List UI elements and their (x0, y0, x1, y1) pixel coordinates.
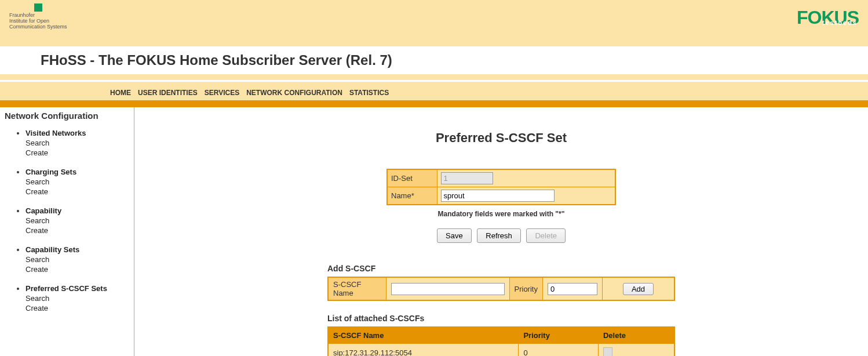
logo-text-3: Communication Systems (9, 24, 67, 30)
add-scscf-priority-field[interactable] (548, 283, 597, 295)
sidebar-link-search[interactable]: Search (25, 177, 129, 186)
col-delete: Delete (598, 327, 674, 344)
row-scscf-name: sip:172.31.29.112:5054 (328, 344, 519, 357)
sidebar-link-create[interactable]: Create (25, 148, 129, 157)
name-field[interactable] (441, 190, 555, 202)
add-scscf-form: S-CSCF Name Priority Add (327, 277, 675, 301)
main-content: Preferred S-CSCF Set ID-Set Name* Mandat… (134, 107, 868, 356)
sidebar-group-title: Charging Sets (25, 168, 129, 176)
add-scscf-name-field[interactable] (391, 283, 505, 295)
sidebar-link-search[interactable]: Search (25, 216, 129, 225)
add-scscf-section-label: Add S-CSCF (327, 264, 675, 273)
sidebar-group-title: Capability Sets (25, 245, 129, 254)
attached-scscf-table: S-CSCF Name Priority Delete sip:172.31.2… (327, 326, 675, 356)
id-set-label: ID-Set (387, 169, 437, 187)
row-delete-button[interactable] (603, 347, 612, 356)
delete-button: Delete (526, 228, 566, 243)
sidebar-link-create[interactable]: Create (25, 304, 129, 313)
sidebar-group-title: Visited Networks (25, 129, 129, 137)
page-title: FHoSS - The FOKUS Home Subscriber Server… (41, 52, 868, 68)
top-banner: Fraunhofer Institute for Open Communicat… (0, 0, 868, 46)
sidebar-link-search[interactable]: Search (25, 139, 129, 147)
sidebar-group-capability-sets: Capability Sets Search Create (25, 245, 129, 274)
fraunhofer-logo: Fraunhofer Institute for Open Communicat… (9, 3, 67, 30)
fraunhofer-mark-icon (34, 3, 42, 12)
sidebar-link-create[interactable]: Create (25, 265, 129, 274)
main-menu: HOME USER IDENTITIES SERVICES NETWORK CO… (0, 85, 868, 100)
menu-home[interactable]: HOME (110, 89, 131, 97)
menu-user-identities[interactable]: USER IDENTITIES (138, 89, 198, 97)
add-name-label: S-CSCF Name (328, 277, 386, 300)
add-priority-label: Priority (509, 277, 542, 300)
scscf-set-form: ID-Set Name* (386, 169, 616, 205)
page-title-row: FHoSS - The FOKUS Home Subscriber Server… (0, 46, 868, 74)
action-buttons: Save Refresh Delete (140, 228, 862, 243)
menu-statistics[interactable]: STATISTICS (349, 89, 389, 97)
row-priority: 0 (519, 344, 599, 357)
table-row: sip:172.31.29.112:5054 0 (328, 344, 674, 357)
stripe (0, 74, 868, 80)
menu-services[interactable]: SERVICES (205, 89, 239, 97)
sidebar-link-search[interactable]: Search (25, 294, 129, 303)
sidebar-group-title: Capability (25, 206, 129, 215)
sidebar-heading: Network Configuration (5, 111, 129, 121)
sidebar-link-create[interactable]: Create (25, 226, 129, 235)
sidebar-group-visited-networks: Visited Networks Search Create (25, 129, 129, 157)
sidebar-group-capability: Capability Search Create (25, 206, 129, 235)
content-heading: Preferred S-CSCF Set (140, 130, 862, 146)
col-scscf-name: S-CSCF Name (328, 327, 519, 344)
sidebar-group-charging-sets: Charging Sets Search Create (25, 168, 129, 196)
fokus-logo-sub: testbeds (822, 19, 858, 26)
sidebar-group-preferred-scscf-sets: Preferred S-CSCF Sets Search Create (25, 284, 129, 313)
id-set-field (441, 172, 493, 184)
sidebar-group-title: Preferred S-CSCF Sets (25, 284, 129, 293)
sidebar: Network Configuration Visited Networks S… (0, 107, 134, 356)
name-label: Name* (387, 187, 437, 205)
mandatory-hint: Mandatory fields were marked with "*" (140, 210, 862, 218)
save-button[interactable]: Save (437, 228, 472, 243)
orange-divider (0, 100, 868, 107)
fokus-logo: FOKUS testbeds (797, 3, 859, 28)
list-scscf-section-label: List of attached S-CSCFs (327, 314, 675, 323)
refresh-button[interactable]: Refresh (477, 228, 521, 243)
menu-network-configuration[interactable]: NETWORK CONFIGURATION (246, 89, 342, 97)
sidebar-link-search[interactable]: Search (25, 255, 129, 264)
col-priority: Priority (519, 327, 599, 344)
add-scscf-button[interactable]: Add (623, 283, 654, 295)
sidebar-link-create[interactable]: Create (25, 187, 129, 196)
